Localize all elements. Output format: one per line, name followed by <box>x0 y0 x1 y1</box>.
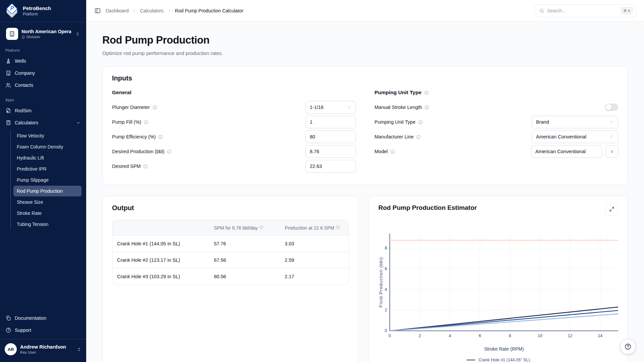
sidebar-item-wells[interactable]: Wells <box>0 55 86 67</box>
calculator-icon <box>5 120 11 126</box>
model-next-button[interactable] <box>605 145 618 158</box>
sidebar-toggle-icon[interactable] <box>94 7 101 14</box>
breadcrumb-dashboard[interactable]: Dashboard <box>106 8 129 13</box>
sidebar-subitem-stroke-rate[interactable]: Stroke Rate <box>13 208 82 219</box>
svg-text:2: 2 <box>419 334 421 338</box>
org-name: North American Opera <box>21 29 71 34</box>
field-pumping-unit-type: Pumping Unit Type Brand <box>375 116 619 128</box>
sidebar-subitem-tubing-tension[interactable]: Tubing Tension <box>13 219 82 230</box>
plunger-diameter-select[interactable]: 1-1/16 <box>306 101 356 114</box>
svg-text:4: 4 <box>385 287 387 292</box>
pumping-unit-type-select[interactable]: Brand <box>532 116 618 128</box>
table-row: Crank Hole #1 (144.05 in SL) 57.76 3.03 <box>112 236 348 252</box>
sidebar-item-contacts[interactable]: Contacts <box>0 79 86 91</box>
search-input[interactable] <box>547 8 618 13</box>
svg-text:12: 12 <box>568 334 573 338</box>
search-box: ⌘ K <box>535 4 636 17</box>
info-icon[interactable] <box>143 164 148 169</box>
legend-swatch <box>467 360 475 361</box>
sidebar-subitem-foam-column-density[interactable]: Foam Column Density <box>13 141 82 152</box>
sidebar-subitem-sheave-size[interactable]: Sheave Size <box>13 197 82 207</box>
page-title: Rod Pump Production <box>102 34 628 46</box>
building-mini-icon <box>21 35 25 39</box>
sidebar-item-calculators[interactable]: Calculators <box>0 117 86 129</box>
sidebar-subitem-predictive-ipr[interactable]: Predictive IPR <box>13 164 82 174</box>
table-row: Crank Hole #3 (103.29 in SL) 80.56 2.17 <box>112 268 348 285</box>
desired-production-input[interactable] <box>310 149 352 154</box>
field-plunger-diameter: Plunger Diameter 1-1/16 <box>112 101 356 114</box>
avatar: AR <box>5 343 17 355</box>
output-table: SPM for 8.76 bbl/day Production at 22.6 … <box>112 220 349 285</box>
copy-pages-icon <box>5 315 11 321</box>
table-row: Crank Hole #2 (123.17 in SL) 67.56 2.59 <box>112 252 348 268</box>
search-icon <box>539 8 544 13</box>
svg-text:6: 6 <box>479 334 481 338</box>
pump-fill-input[interactable] <box>310 119 352 125</box>
chevron-down-icon <box>347 105 352 110</box>
manual-stroke-length-toggle[interactable] <box>605 104 618 111</box>
svg-text:8: 8 <box>509 334 511 338</box>
sidebar-subitem-pump-slippage[interactable]: Pump Slippage <box>13 175 82 185</box>
help-circle-icon <box>5 327 11 333</box>
chart-legend: Crank Hole #1 (144.05" SL)Crank Hole #2 … <box>467 358 530 362</box>
pump-efficiency-input[interactable] <box>310 134 352 139</box>
chart-title: Rod Pump Production Estimator <box>378 204 477 212</box>
svg-text:0: 0 <box>389 334 391 338</box>
svg-text:8: 8 <box>385 246 387 250</box>
output-card: Output SPM for 8.76 bbl/day Production a… <box>102 196 359 362</box>
sidebar-footer: Documentation Support AR Andrew Richards… <box>0 312 86 362</box>
breadcrumb: Dashboard Calculators Rod Pump Productio… <box>106 8 243 13</box>
legend-item: Crank Hole #1 (144.05" SL) <box>467 358 530 362</box>
general-heading: General <box>112 89 356 96</box>
sidebar-item-support[interactable]: Support <box>0 324 86 336</box>
sidebar-item-company[interactable]: Company <box>0 67 86 79</box>
model-input[interactable] <box>535 149 598 154</box>
svg-text:2: 2 <box>385 308 387 312</box>
svg-text:4: 4 <box>449 334 451 338</box>
chart-area: 0246810121402468Fluid Production (bbl) S… <box>378 230 618 362</box>
field-manufacturer-line: Manufacturer Line American Conventional <box>375 130 619 143</box>
org-selector[interactable]: North American Opera Division <box>4 26 82 42</box>
building-icon <box>6 28 18 40</box>
info-icon[interactable] <box>259 225 264 230</box>
production-chart: 0246810121402468Fluid Production (bbl) <box>378 230 618 341</box>
sidebar-subitem-flow-velocity[interactable]: Flow Velocity <box>13 130 82 141</box>
search-shortcut-badge: ⌘ K <box>621 7 633 14</box>
breadcrumb-calculators[interactable]: Calculators <box>140 8 164 13</box>
info-icon[interactable] <box>336 225 340 230</box>
column-header-spm: SPM for 8.76 bbl/day <box>209 220 280 236</box>
info-icon[interactable] <box>144 120 149 125</box>
page-content: Rod Pump Production Optimize rod pump pe… <box>86 21 644 362</box>
pumping-unit-heading: Pumping Unit Type <box>375 89 619 96</box>
info-icon[interactable] <box>424 90 429 95</box>
column-header-empty <box>112 220 209 236</box>
info-icon[interactable] <box>152 105 157 110</box>
svg-text:0: 0 <box>385 328 387 333</box>
sidebar-item-documentation[interactable]: Documentation <box>0 312 86 324</box>
brand-subtitle: Platform <box>23 12 51 16</box>
breadcrumb-current: Rod Pump Production Calculator <box>175 8 244 13</box>
info-icon[interactable] <box>418 120 423 125</box>
info-icon[interactable] <box>424 105 429 110</box>
inputs-card: Inputs General Plunger Diameter 1-1/16 P… <box>102 66 628 185</box>
file-gear-icon <box>5 108 11 114</box>
sidebar-subitem-rod-pump-production[interactable]: Rod Pump Production <box>13 186 82 196</box>
info-icon[interactable] <box>158 134 163 139</box>
manufacturer-line-select[interactable]: American Conventional <box>532 130 618 143</box>
maximize-icon <box>609 206 614 212</box>
section-label-platform: Platform <box>5 48 81 52</box>
field-pump-fill: Pump Fill (%) <box>112 116 356 128</box>
desired-spm-input[interactable] <box>310 164 352 169</box>
user-menu[interactable]: AR Andrew Richardson Key User <box>0 339 86 360</box>
help-button[interactable] <box>621 339 635 354</box>
info-icon[interactable] <box>167 149 172 154</box>
chevrons-up-down-icon <box>75 32 80 37</box>
chart-card: Rod Pump Production Estimator 0246810121… <box>369 196 628 362</box>
sidebar-subitem-hydraulic-lift[interactable]: Hydraulic Lift <box>13 153 82 163</box>
expand-button[interactable] <box>605 203 618 216</box>
help-circle-icon <box>624 343 632 350</box>
info-icon[interactable] <box>416 134 421 139</box>
sidebar-item-rodsim[interactable]: RodSim <box>0 105 86 117</box>
info-icon[interactable] <box>390 149 395 154</box>
svg-text:6: 6 <box>385 266 387 271</box>
